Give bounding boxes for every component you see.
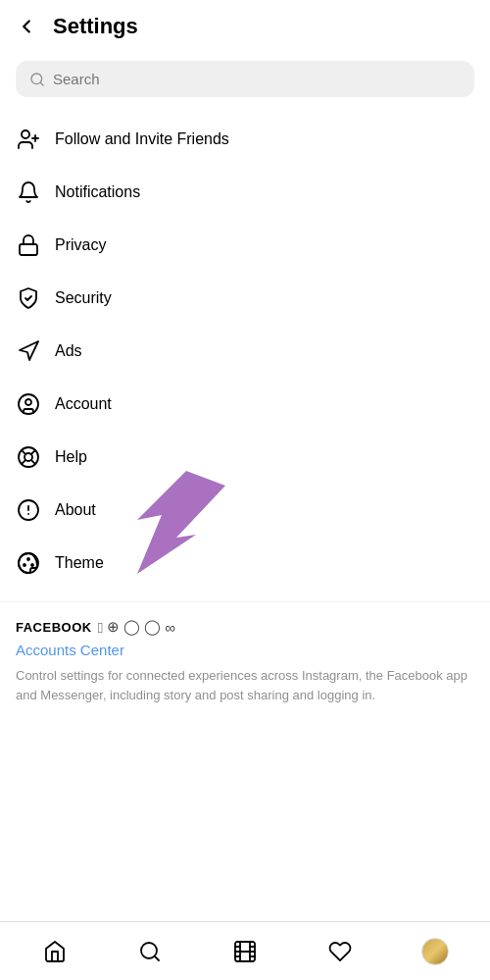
messenger-icon: ⊕ [107,618,120,636]
heart-icon [328,940,352,963]
search-bar [16,61,474,97]
palette-icon [16,550,41,576]
menu-label-theme: Theme [55,554,104,572]
person-circle-icon [16,391,41,417]
bell-icon [16,180,41,205]
menu-item-notifications[interactable]: Notifications [0,166,490,219]
menu-label-account: Account [55,395,112,413]
whatsapp-icon: ◯ [144,618,161,636]
facebook-section: FACEBOOK  ⊕ ◯ ◯ ∞ Accounts Center Contr… [0,601,490,712]
nav-search[interactable] [103,922,198,980]
search-icon [29,72,45,87]
fb-icons:  ⊕ ◯ ◯ ∞ [98,618,175,636]
menu-item-help[interactable]: Help [0,431,490,484]
svg-line-1 [40,82,43,85]
lifebuoy-icon [16,444,41,470]
header: Settings [0,0,490,53]
svg-line-10 [22,450,25,454]
menu-list: Follow and Invite Friends Notifications … [0,113,490,597]
meta-icon: ∞ [165,619,175,636]
menu-item-about[interactable]: About [0,484,490,537]
menu-item-theme[interactable]: Theme [0,537,490,590]
megaphone-icon [16,338,41,364]
svg-line-24 [155,955,159,959]
svg-point-20 [31,564,33,566]
facebook-row: FACEBOOK  ⊕ ◯ ◯ ∞ [16,618,474,636]
page-title: Settings [53,14,138,39]
facebook-icon:  [98,619,103,636]
instagram-icon: ◯ [123,618,140,636]
menu-label-follow: Follow and Invite Friends [55,130,229,148]
svg-point-19 [27,558,29,560]
menu-label-security: Security [55,289,112,307]
facebook-label: FACEBOOK [16,620,92,635]
bottom-nav [0,921,490,980]
nav-likes[interactable] [292,922,387,980]
svg-line-11 [31,460,35,464]
reels-icon [233,940,257,963]
svg-line-12 [31,450,35,454]
menu-label-privacy: Privacy [55,236,106,254]
nav-home[interactable] [8,922,103,980]
shield-check-icon [16,285,41,311]
menu-item-security[interactable]: Security [0,272,490,325]
back-button[interactable] [16,16,37,37]
avatar [421,938,449,965]
person-add-icon [16,127,41,152]
accounts-center-link[interactable]: Accounts Center [16,642,474,658]
menu-item-ads[interactable]: Ads [0,325,490,378]
svg-point-7 [25,399,31,405]
svg-rect-5 [20,244,37,255]
accounts-center-description: Control settings for connected experienc… [16,666,474,704]
svg-line-13 [22,460,25,464]
menu-label-about: About [55,501,96,519]
search-container [0,53,490,113]
menu-item-follow[interactable]: Follow and Invite Friends [0,113,490,166]
nav-profile[interactable] [387,922,482,980]
menu-label-ads: Ads [55,342,82,360]
home-icon [43,940,67,963]
menu-label-help: Help [55,448,87,466]
lock-icon [16,232,41,258]
nav-reels[interactable] [198,922,293,980]
search-nav-icon [138,940,162,963]
svg-point-2 [22,130,29,138]
svg-point-18 [24,564,25,566]
svg-point-6 [19,394,38,414]
menu-item-account[interactable]: Account [0,378,490,431]
menu-item-privacy[interactable]: Privacy [0,219,490,272]
menu-label-notifications: Notifications [55,183,140,201]
search-input[interactable] [53,71,461,87]
info-circle-icon [16,497,41,523]
